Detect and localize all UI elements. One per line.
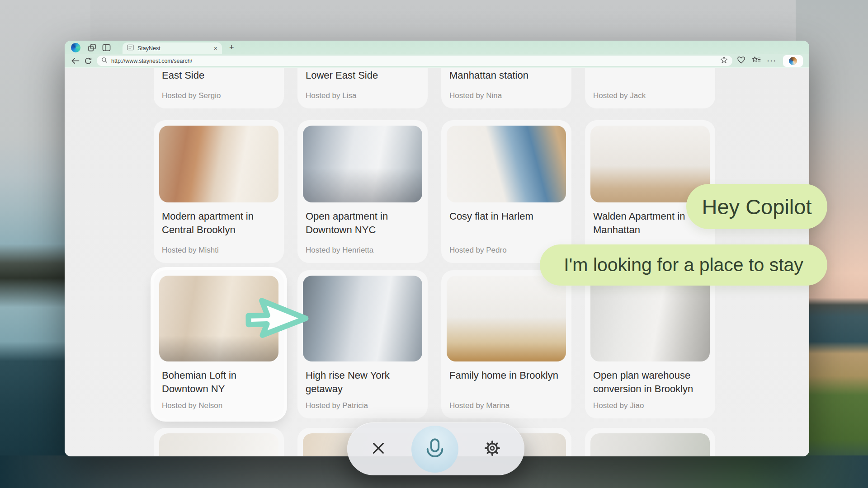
edge-browser-icon[interactable] — [71, 43, 80, 52]
listing-card[interactable] — [585, 428, 715, 456]
settings-button[interactable] — [484, 440, 501, 459]
toolbar-right-icons: ··· — [737, 55, 803, 67]
copilot-button[interactable] — [783, 55, 803, 67]
tab-title: StayNest — [137, 45, 210, 52]
listing-row: East Side Hosted by Sergio Lower East Si… — [154, 68, 717, 108]
tab-strip: StayNest × + — [65, 41, 809, 54]
listing-card[interactable]: Open plan warehouse conversion in Brookl… — [585, 270, 715, 418]
chat-bubble-looking-for-place: I'm looking for a place to stay — [540, 244, 827, 286]
listing-host: Hosted by Lisa — [306, 87, 420, 100]
listing-card[interactable]: Modern apartment in Central Brooklyn Hos… — [154, 120, 284, 263]
listing-photo — [447, 276, 566, 361]
tab-staynest[interactable]: StayNest × — [123, 42, 222, 54]
listing-title: Modern apartment in Central Brooklyn — [162, 210, 276, 237]
listing-photo — [590, 433, 710, 456]
voice-control-bar — [347, 422, 524, 475]
listing-photo — [303, 126, 422, 202]
workspaces-icon[interactable] — [86, 42, 97, 53]
listing-card[interactable]: Open apartment in Downtown NYC Hosted by… — [297, 120, 428, 263]
back-icon[interactable] — [71, 57, 80, 64]
microphone-icon — [422, 436, 448, 463]
listing-title — [593, 68, 707, 69]
listing-title: Lower East Side — [306, 68, 420, 82]
refresh-icon[interactable] — [84, 57, 92, 65]
listing-row: Modern apartment in Central Brooklyn Hos… — [154, 120, 717, 263]
listing-host: Hosted by Jack — [593, 87, 707, 100]
listing-title: Bohemian Loft in Downtown NY — [162, 369, 276, 396]
listing-card[interactable]: Cosy flat in Harlem Hosted by Pedro — [441, 120, 571, 263]
listing-host: Hosted by Nina — [449, 87, 563, 100]
listing-photo — [159, 126, 278, 202]
favorites-icon[interactable] — [752, 56, 761, 66]
listing-card[interactable]: Hosted by Jack — [585, 68, 715, 108]
favorite-star-icon[interactable] — [720, 56, 728, 66]
listing-host: Hosted by Patricia — [306, 397, 420, 410]
listing-host: Hosted by Nelson — [162, 397, 276, 410]
chat-bubble-hey-copilot: Hey Copilot — [686, 184, 827, 229]
url-text[interactable]: http://www.staynest.com/search/ — [111, 58, 717, 64]
listing-title: Manhattan station — [449, 68, 563, 82]
close-button[interactable] — [371, 441, 386, 458]
listing-card[interactable]: Lower East Side Hosted by Lisa — [297, 68, 428, 108]
listing-host: Hosted by Sergio — [162, 87, 276, 100]
listing-card[interactable] — [154, 428, 284, 456]
close-icon — [371, 441, 386, 458]
listing-host: Hosted by Jiao — [593, 397, 707, 410]
listing-card[interactable]: High rise New York getaway Hosted by Pat… — [297, 270, 428, 418]
listing-host: Hosted by Mishti — [162, 241, 276, 255]
listing-photo — [303, 276, 422, 361]
listing-host: Hosted by Marina — [449, 397, 563, 410]
chat-bubble-text: Hey Copilot — [702, 194, 812, 219]
settings-gear-icon — [484, 440, 501, 459]
new-tab-button[interactable]: + — [229, 43, 234, 52]
listing-title: Family home in Brooklyn — [449, 369, 563, 382]
address-bar[interactable]: http://www.staynest.com/search/ — [97, 56, 732, 66]
tab-close-icon[interactable]: × — [214, 45, 217, 52]
listing-card[interactable]: Family home in Brooklyn Hosted by Marina — [441, 270, 571, 418]
search-icon — [101, 57, 108, 65]
browser-toolbar: http://www.staynest.com/search/ ··· — [65, 54, 809, 68]
tab-favicon — [127, 44, 134, 52]
chat-bubble-text: I'm looking for a place to stay — [564, 254, 803, 276]
listing-title: Cosy flat in Harlem — [449, 210, 563, 223]
tab-actions-icon[interactable] — [101, 42, 112, 53]
browser-essentials-icon[interactable] — [737, 56, 745, 66]
copilot-avatar-icon — [789, 57, 797, 65]
microphone-button[interactable] — [411, 426, 458, 473]
settings-menu-icon[interactable]: ··· — [767, 57, 777, 65]
listing-card[interactable]: East Side Hosted by Sergio — [154, 68, 284, 108]
listing-card[interactable]: Manhattan station Hosted by Nina — [441, 68, 571, 108]
listing-title: East Side — [162, 68, 276, 82]
listing-title: Open apartment in Downtown NYC — [306, 210, 420, 237]
listing-photo — [159, 433, 278, 456]
listing-photo — [590, 276, 710, 361]
listing-title: Open plan warehouse conversion in Brookl… — [593, 369, 707, 396]
listing-photo — [447, 126, 566, 202]
listing-host: Hosted by Henrietta — [306, 241, 420, 255]
listing-title: High rise New York getaway — [306, 369, 420, 396]
